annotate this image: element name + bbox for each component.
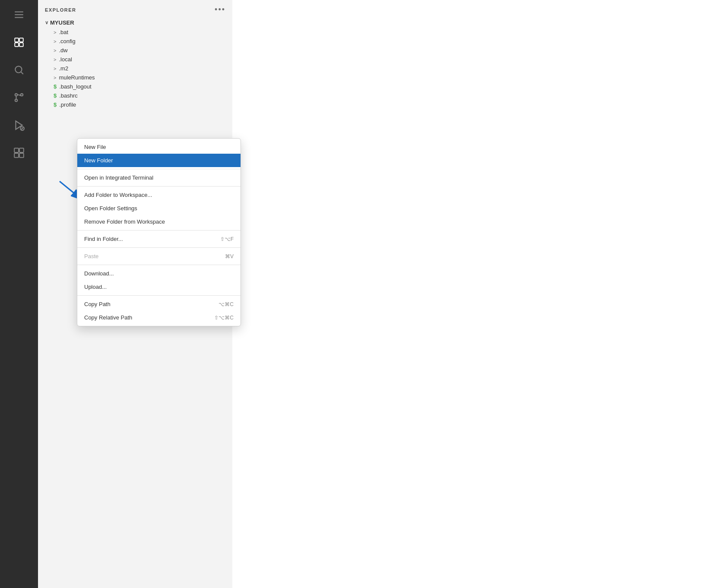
tree-item-config[interactable]: > .config: [38, 37, 232, 46]
dollar-profile: $: [54, 101, 57, 108]
explorer-tree: ∨ MYUSER > .bat > .config > .dw > .local…: [38, 18, 232, 109]
divider-6: [77, 295, 241, 296]
svg-rect-4: [19, 38, 23, 42]
explorer-icon[interactable]: [10, 33, 28, 52]
svg-rect-3: [15, 38, 19, 42]
menu-item-remove-folder-label: Remove Folder from Workspace: [84, 218, 165, 225]
sidebar-more-button[interactable]: •••: [215, 5, 225, 14]
menu-item-paste-label: Paste: [84, 253, 98, 259]
menu-item-new-file[interactable]: New File: [77, 140, 241, 154]
dollar-bashrc: $: [54, 92, 57, 99]
menu-item-new-folder[interactable]: New Folder: [77, 154, 241, 167]
svg-point-9: [15, 94, 17, 96]
menu-item-upload-label: Upload...: [84, 284, 107, 290]
tree-item-dw[interactable]: > .dw: [38, 46, 232, 55]
divider-2: [77, 186, 241, 187]
svg-marker-13: [16, 121, 22, 130]
menu-item-new-file-label: New File: [84, 144, 106, 150]
tree-item-m2[interactable]: > .m2: [38, 64, 232, 73]
tree-item-bashrc[interactable]: $ .bashrc: [38, 91, 232, 100]
menu-item-open-terminal[interactable]: Open in Integrated Terminal: [77, 171, 241, 184]
menu-item-copy-path-label: Copy Path: [84, 301, 111, 307]
menu-item-open-terminal-label: Open in Integrated Terminal: [84, 174, 153, 181]
tree-item-bash-logout[interactable]: $ .bash_logout: [38, 82, 232, 91]
menu-item-find-folder-label: Find in Folder...: [84, 236, 123, 242]
svg-line-8: [21, 72, 23, 74]
menu-item-open-settings[interactable]: Open Folder Settings: [77, 202, 241, 215]
menu-item-copy-relative-path-label: Copy Relative Path: [84, 314, 132, 321]
context-menu: New File New Folder Open in Integrated T…: [77, 138, 241, 326]
run-debug-icon[interactable]: [10, 116, 28, 135]
extensions-icon[interactable]: [10, 143, 28, 162]
chevron-bat: >: [54, 30, 56, 35]
menu-item-find-folder[interactable]: Find in Folder... ⇧⌥F: [77, 232, 241, 246]
menu-item-download-label: Download...: [84, 270, 114, 277]
divider-3: [77, 230, 241, 231]
menu-item-remove-folder[interactable]: Remove Folder from Workspace: [77, 215, 241, 228]
svg-rect-5: [15, 43, 19, 47]
sidebar-header: EXPLORER •••: [38, 0, 232, 18]
menu-item-find-folder-shortcut: ⇧⌥F: [220, 236, 234, 242]
svg-rect-18: [14, 153, 19, 158]
svg-rect-6: [19, 43, 23, 47]
menu-item-add-folder[interactable]: Add Folder to Workspace...: [77, 188, 241, 202]
svg-point-11: [15, 99, 17, 101]
svg-point-7: [15, 66, 22, 73]
menu-icon[interactable]: [10, 5, 28, 24]
svg-rect-17: [19, 148, 24, 152]
root-folder[interactable]: ∨ MYUSER: [38, 18, 232, 28]
svg-line-15: [21, 127, 23, 129]
explorer-title: EXPLORER: [45, 7, 76, 13]
dollar-bash-logout: $: [54, 83, 57, 90]
svg-rect-19: [19, 153, 24, 158]
divider-4: [77, 247, 241, 248]
menu-item-copy-relative-path[interactable]: Copy Relative Path ⇧⌥⌘C: [77, 311, 241, 324]
chevron-m2: >: [54, 66, 56, 71]
menu-item-copy-path-shortcut: ⌥⌘C: [218, 301, 234, 307]
chevron-muleruntimes: >: [54, 75, 56, 80]
search-icon[interactable]: [10, 60, 28, 79]
sidebar: EXPLORER ••• ∨ MYUSER > .bat > .config >…: [38, 0, 232, 588]
menu-item-copy-relative-path-shortcut: ⇧⌥⌘C: [214, 315, 234, 321]
menu-item-copy-path[interactable]: Copy Path ⌥⌘C: [77, 297, 241, 311]
tree-item-muleruntimes[interactable]: > muleRuntimes: [38, 73, 232, 82]
main-content: [232, 0, 703, 588]
menu-item-open-settings-label: Open Folder Settings: [84, 205, 137, 212]
tree-item-local[interactable]: > .local: [38, 55, 232, 64]
menu-item-paste: Paste ⌘V: [77, 250, 241, 263]
chevron-local: >: [54, 57, 56, 62]
activity-bar: [0, 0, 38, 588]
menu-item-new-folder-label: New Folder: [84, 157, 113, 164]
chevron-config: >: [54, 39, 56, 44]
divider-5: [77, 265, 241, 265]
root-folder-label: MYUSER: [50, 19, 74, 26]
menu-item-add-folder-label: Add Folder to Workspace...: [84, 192, 152, 198]
menu-item-paste-shortcut: ⌘V: [225, 253, 234, 259]
root-chevron: ∨: [45, 20, 48, 25]
svg-rect-16: [14, 148, 19, 152]
source-control-icon[interactable]: [10, 88, 28, 107]
menu-item-download[interactable]: Download...: [77, 267, 241, 280]
divider-1: [77, 169, 241, 169]
menu-item-upload[interactable]: Upload...: [77, 280, 241, 294]
svg-point-10: [21, 94, 23, 96]
tree-item-profile[interactable]: $ .profile: [38, 100, 232, 109]
chevron-dw: >: [54, 48, 56, 53]
tree-item-bat[interactable]: > .bat: [38, 28, 232, 37]
